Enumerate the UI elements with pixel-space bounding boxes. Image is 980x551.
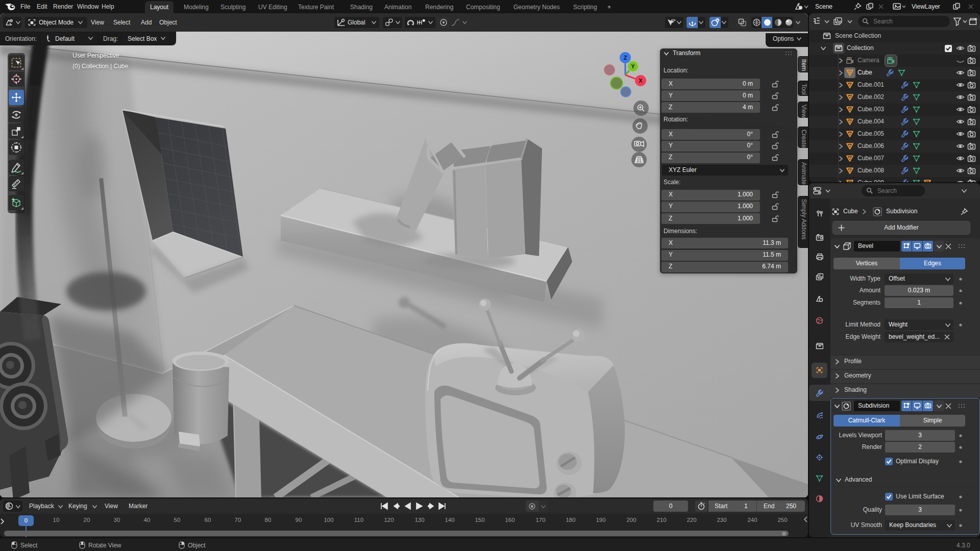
svg-text:Y: Y: [631, 63, 634, 69]
svg-text:X: X: [639, 78, 643, 84]
svg-text:Z: Z: [624, 55, 627, 61]
